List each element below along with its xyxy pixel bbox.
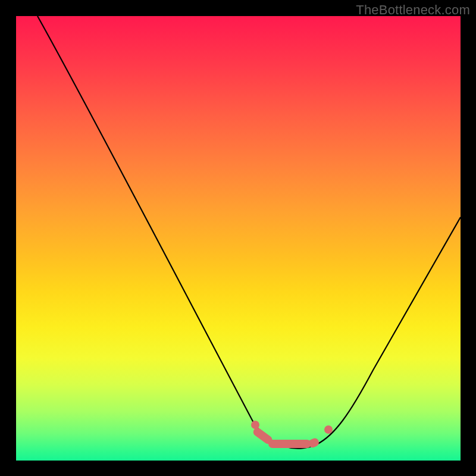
watermark-text: TheBottleneck.com bbox=[356, 2, 470, 18]
chart-container: TheBottleneck.com bbox=[0, 0, 476, 476]
bottleneck-curve bbox=[16, 16, 461, 461]
plot-area bbox=[16, 16, 461, 461]
optimal-marker-flat bbox=[268, 440, 311, 448]
optimal-marker-right-dot bbox=[324, 425, 333, 434]
